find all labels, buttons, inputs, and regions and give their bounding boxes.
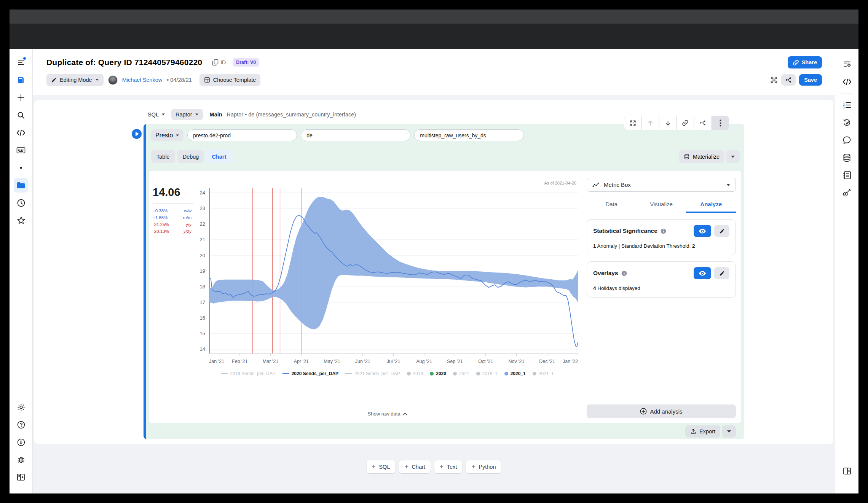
tab-visualize[interactable]: Visualize: [637, 196, 686, 213]
search-icon[interactable]: [14, 108, 28, 123]
edit-analysis-button[interactable]: [714, 267, 729, 279]
info-icon[interactable]: [621, 271, 627, 276]
legend-item[interactable]: 2019 Sends_per_DAP: [221, 371, 275, 376]
author-link[interactable]: Michael Senkow: [122, 77, 163, 83]
beta-icon[interactable]: β: [14, 435, 28, 449]
copy-link-button[interactable]: [677, 116, 694, 130]
engine-dropdown[interactable]: Raptor: [171, 109, 203, 120]
help-icon[interactable]: [14, 417, 28, 432]
legend-item[interactable]: 2020 Sends_per_DAP: [282, 371, 338, 376]
materialize-dropdown-button[interactable]: [726, 150, 740, 163]
svg-text:Jun '21: Jun '21: [355, 359, 370, 364]
legend-item[interactable]: 2021: [453, 371, 469, 376]
copy-id-button[interactable]: ID: [212, 59, 226, 66]
edit-analysis-button[interactable]: [714, 225, 729, 237]
tab-analyze[interactable]: Analyze: [686, 196, 736, 213]
notebook-journal-icon[interactable]: [840, 168, 854, 182]
move-up-button[interactable]: [641, 116, 659, 130]
export-dropdown-button[interactable]: [722, 425, 736, 438]
plus-circle-icon: [640, 408, 647, 415]
browser-toolbar: [10, 24, 858, 49]
toggle-visibility-button[interactable]: [694, 267, 711, 279]
files-folder-icon[interactable]: [14, 178, 28, 193]
svg-text:18: 18: [200, 284, 205, 290]
source-path: Raptor • de (messages_summary_country_in…: [227, 111, 356, 118]
cell-engine-dropdown[interactable]: Presto: [151, 129, 183, 141]
expand-cell-button[interactable]: [624, 116, 641, 130]
add-chart-button[interactable]: +Chart: [399, 460, 430, 473]
run-cell-button[interactable]: [132, 129, 142, 139]
bullet-icon[interactable]: [14, 161, 28, 175]
more-options-button[interactable]: [712, 116, 729, 130]
legend-item[interactable]: 2019_1: [476, 371, 498, 376]
history-clock-icon[interactable]: [14, 196, 28, 210]
add-icon[interactable]: [14, 91, 28, 105]
link-icon: [682, 119, 689, 126]
pencil-icon: [719, 271, 725, 276]
comments-icon[interactable]: [840, 133, 854, 147]
tab-chart[interactable]: Chart: [206, 150, 231, 163]
keyboard-shortcuts-icon[interactable]: [770, 76, 778, 84]
legend-item[interactable]: 2020: [430, 371, 446, 376]
menu-icon[interactable]: [14, 56, 28, 70]
branch-icon: [699, 119, 706, 126]
eye-icon: [699, 229, 706, 234]
add-analysis-button[interactable]: Add analysis: [587, 404, 736, 418]
choose-template-button[interactable]: Choose Template: [199, 74, 261, 86]
datasets-icon[interactable]: [840, 150, 854, 165]
editing-mode-dropdown[interactable]: Editing Mode: [46, 74, 104, 86]
bug-report-icon[interactable]: [14, 452, 28, 467]
cell-inputs-row: Presto presto.de2-prod de multistep_raw_…: [149, 129, 741, 141]
timeseries-chart[interactable]: Jan '21Feb '21Mar '21Apr '21May '21Jun '…: [194, 182, 581, 369]
show-raw-data-toggle[interactable]: Show raw data: [368, 411, 407, 417]
keyboard-icon[interactable]: [14, 143, 28, 158]
share-button[interactable]: Share: [788, 56, 822, 68]
card-title: Statistical Significance: [593, 228, 657, 234]
add-text-button[interactable]: +Text: [434, 460, 463, 473]
legend-item[interactable]: 2021_1: [533, 371, 554, 376]
save-button[interactable]: Save: [799, 74, 822, 86]
table-input[interactable]: multistep_raw_users_by_ds: [414, 129, 524, 141]
chart-area: As of 2021-04-26 Jan '21Feb '21Mar '21Ap…: [194, 171, 581, 423]
edit-history-icon[interactable]: [840, 115, 854, 130]
chevron-up-icon: [403, 412, 407, 415]
settings-gear-icon[interactable]: [14, 400, 28, 414]
lineage-button[interactable]: [694, 116, 712, 130]
legend-item[interactable]: 2019: [407, 371, 423, 376]
toggle-panel-icon[interactable]: [840, 464, 854, 478]
version-tree-button[interactable]: [781, 74, 796, 86]
statistical-significance-card: Statistical Significance: [587, 219, 736, 255]
tab-debug[interactable]: Debug: [177, 150, 204, 163]
run-settings-icon[interactable]: [840, 57, 854, 72]
tab-data[interactable]: Data: [587, 196, 637, 213]
star-icon[interactable]: [14, 213, 28, 228]
legend-item[interactable]: 2020_1: [504, 371, 526, 376]
collapse-sidebar-icon[interactable]: [14, 470, 28, 484]
code-view-icon[interactable]: [840, 75, 854, 89]
export-button[interactable]: Export: [685, 425, 720, 438]
notebook-panel: SQL Raptor Main Raptor • de (messages_su…: [34, 100, 833, 444]
toggle-visibility-button[interactable]: [694, 225, 711, 237]
schema-input[interactable]: de: [301, 129, 410, 141]
legend-label: 2020: [436, 371, 446, 376]
avatar[interactable]: [108, 75, 118, 85]
outline-list-icon[interactable]: 123: [840, 98, 854, 112]
notebooks-icon[interactable]: [14, 73, 28, 88]
analysis-tabs: Data Visualize Analyze: [587, 196, 736, 213]
materialize-button[interactable]: Materialize: [679, 150, 724, 163]
add-sql-button[interactable]: +SQL: [367, 460, 396, 473]
legend-item[interactable]: 2021 Sends_per_DAP: [345, 371, 400, 376]
cell-toolbar: [624, 116, 729, 130]
card-description: 4 Holidays displayed: [593, 285, 729, 291]
tab-table[interactable]: Table: [151, 150, 175, 163]
namespace-input[interactable]: presto.de2-prod: [187, 129, 297, 141]
code-icon[interactable]: [14, 126, 28, 140]
overlays-card: Overlays: [587, 261, 736, 298]
stat-delta: +1.85%: [153, 214, 168, 221]
language-dropdown[interactable]: SQL: [145, 109, 168, 120]
info-icon[interactable]: [661, 228, 666, 234]
guitar-tools-icon[interactable]: [840, 185, 854, 200]
chart-type-dropdown[interactable]: Metric Box: [587, 178, 736, 192]
move-down-button[interactable]: [659, 116, 677, 130]
add-python-button[interactable]: +Python: [466, 460, 501, 473]
